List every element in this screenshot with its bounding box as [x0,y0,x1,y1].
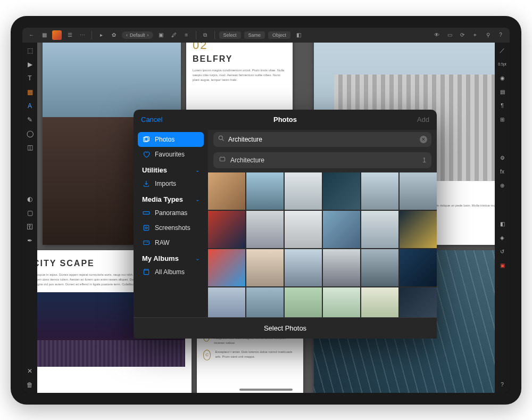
photos-sidebar: Photos Favourites Utilities ⌄ [134,130,208,317]
photo-thumb[interactable] [323,249,360,286]
tripod-tool-icon[interactable]: ⚿ [25,222,35,232]
search-input[interactable] [228,136,417,143]
photo-thumb[interactable] [323,211,360,248]
menu-icon[interactable]: ☰ [65,30,74,40]
sidebar-section-my-albums[interactable]: My Albums ⌄ [138,250,204,265]
color1-icon[interactable]: ◐ [25,194,35,204]
arrow-tool-icon[interactable]: ▶ [25,60,35,69]
photos-grid [208,172,437,317]
search-bar[interactable]: ✕ [213,132,431,147]
image-tool-icon[interactable]: ▦ [25,87,35,97]
select-tool-icon[interactable]: ⬚ [25,46,35,55]
layers-panel-icon[interactable]: ▤ [497,87,507,97]
frame-tool-icon[interactable]: A [25,101,35,111]
photo-thumb[interactable] [246,211,284,248]
layers-icon[interactable]: ▣ [156,30,166,40]
photos-main: ✕ Architecture 1 [208,130,437,317]
photo-thumb[interactable] [361,287,398,317]
eye-icon[interactable]: 👁 [432,30,442,40]
search-suggestion[interactable]: Architecture 1 [213,152,431,168]
help-panel-icon[interactable]: ? [497,380,507,390]
photo-thumb[interactable] [285,249,322,286]
settings-panel-icon[interactable]: ⚙ [497,153,507,163]
grid-icon[interactable]: ▦ [39,30,49,40]
close-icon[interactable]: ✕ [25,366,35,376]
align-panel-icon[interactable]: ◧ [497,219,507,229]
navigator-panel-icon[interactable]: ▣ [497,261,507,270]
photo-thumb[interactable] [323,287,360,317]
magnet-icon[interactable]: ⚲ [483,30,493,40]
move-tool-icon[interactable]: ▸ [96,30,106,40]
add-button[interactable]: Add [417,116,429,123]
preview-icon[interactable]: ▭ [445,30,454,40]
crop-tool-icon[interactable]: ◫ [25,143,35,152]
adjust-icon[interactable]: 🖉 [169,30,179,40]
align-icon[interactable]: ≡ [182,30,192,40]
photo-thumb[interactable] [208,172,245,210]
object-dropdown[interactable]: Object [268,31,290,39]
text-tool-icon[interactable]: T [25,73,35,83]
sidebar-item-screenshots[interactable]: Screenshots [138,220,204,235]
swatch-panel-icon[interactable]: ◉ [497,73,507,83]
photo-thumb[interactable] [285,211,322,248]
photo-thumb[interactable] [361,249,398,286]
eyedropper-tool-icon[interactable]: ✎ [25,115,35,125]
photo-thumb[interactable] [246,249,284,286]
photo-thumb[interactable] [208,249,245,286]
photo-thumb[interactable] [208,287,245,317]
photo-thumb[interactable] [246,287,284,317]
photo-thumb[interactable] [323,172,360,210]
style-preset-dropdown[interactable]: ‹ Default › [122,31,153,39]
same-dropdown[interactable]: Same [244,31,265,39]
clear-search-icon[interactable]: ✕ [420,136,427,143]
cancel-button[interactable]: Cancel [141,116,162,123]
home-indicator[interactable] [239,389,293,391]
text-panel-icon[interactable]: ¶ [497,101,507,111]
select-photos-button[interactable]: Select Photos [134,317,437,339]
pen-tool-icon[interactable]: ✒ [25,236,35,245]
photo-thumb[interactable] [361,211,398,248]
back-icon[interactable]: ← [27,30,36,40]
trash-icon[interactable]: 🗑 [25,380,35,390]
sync-icon[interactable]: ⟳ [458,30,467,40]
snap-icon[interactable]: ⌖ [470,30,480,40]
more-icon[interactable]: ⋯ [78,30,87,40]
fx-panel-icon[interactable]: fx [497,167,507,177]
page-body-text: Lorem ipsum magna condimentum orcsit. Pr… [193,68,286,83]
photo-thumb[interactable] [285,287,322,317]
effects-icon[interactable]: ◧ [294,30,303,40]
history-panel-icon[interactable]: ↺ [497,247,507,257]
photo-thumb[interactable] [208,211,245,248]
brush-tool-icon[interactable]: ✿ [109,30,119,40]
sidebar-item-raw[interactable]: RAW [138,235,204,250]
modal-title: Photos [273,116,297,123]
stroke-panel-icon[interactable]: ／ [497,46,507,55]
shape-tool-icon[interactable]: ◯ [25,129,35,138]
rect-tool-icon[interactable]: ▢ [25,208,35,218]
import-icon [142,179,151,188]
stroke-width-icon[interactable]: 0.5pt [497,60,507,69]
sidebar-item-photos[interactable]: Photos [138,132,204,147]
sidebar-item-all-albums[interactable]: All Albums [138,265,204,279]
photo-thumb[interactable] [246,172,284,210]
sidebar-item-panoramas[interactable]: Panoramas [138,205,204,220]
sidebar-section-utilities[interactable]: Utilities ⌄ [138,162,204,176]
photo-thumb[interactable] [400,249,437,286]
help-icon[interactable]: ? [496,30,505,40]
transform-panel-icon[interactable]: ⊕ [497,181,507,191]
snap-panel-icon[interactable]: ◈ [497,233,507,243]
photo-thumb[interactable] [361,172,398,210]
photo-thumb[interactable] [285,172,322,210]
app-screen: ← ▦ ☰ ⋯ ▸ ✿ ‹ Default › ▣ 🖉 ≡ ⧉ Select S… [22,28,510,393]
sidebar-section-media-types[interactable]: Media Types ⌄ [138,191,204,205]
sidebar-item-imports[interactable]: Imports [138,176,204,191]
photo-thumb[interactable] [400,172,437,210]
photo-thumb[interactable] [400,287,437,317]
screenshot-icon [142,224,151,232]
photo-thumb[interactable] [400,211,437,248]
svg-rect-5 [144,241,149,244]
group-icon[interactable]: ⧉ [201,30,210,40]
select-dropdown[interactable]: Select [219,31,241,39]
assets-panel-icon[interactable]: ⊞ [497,115,507,125]
sidebar-item-favourites[interactable]: Favourites [138,147,204,162]
